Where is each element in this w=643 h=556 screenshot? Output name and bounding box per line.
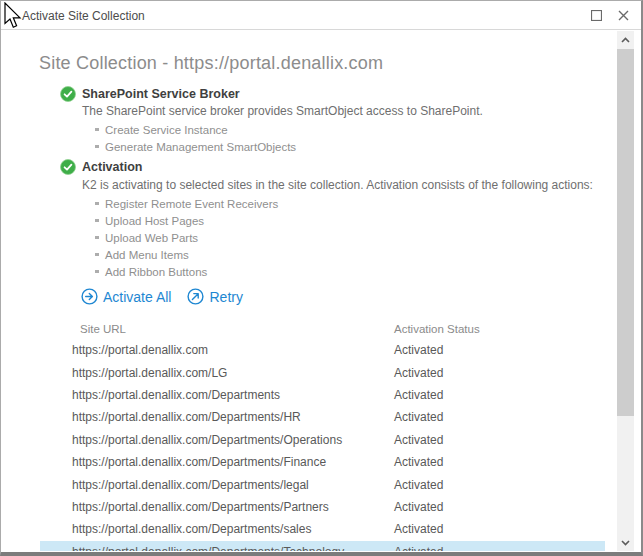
- list-item: Upload Host Pages: [95, 212, 278, 229]
- dialog-content: Site Collection - https://portal.denalli…: [2, 31, 616, 551]
- status-cell: Activated: [394, 343, 605, 357]
- site-table: https://portal.denallix.com Activated ht…: [40, 339, 605, 551]
- status-cell: Activated: [394, 478, 605, 492]
- section-description: K2 is activating to selected sites in th…: [82, 178, 593, 192]
- success-check-icon: [60, 86, 76, 102]
- table-row[interactable]: https://portal.denallix.com/Departments/…: [40, 473, 605, 495]
- table-header: Site URL Activation Status: [40, 317, 605, 341]
- vertical-scrollbar[interactable]: [617, 31, 634, 551]
- retry-button[interactable]: Retry: [187, 288, 242, 305]
- site-url-cell: https://portal.denallix.com/Departments/…: [72, 433, 394, 447]
- status-cell: Activated: [394, 522, 605, 536]
- activate-all-icon: [81, 288, 98, 305]
- status-cell: Activated: [394, 388, 605, 402]
- window-title: Activate Site Collection: [22, 9, 145, 23]
- site-url-cell: https://portal.denallix.com/Departments/…: [72, 522, 394, 536]
- site-url-cell: https://portal.denallix.com/Departments: [72, 388, 394, 402]
- status-cell: Activated: [394, 433, 605, 447]
- chevron-down-icon: [621, 540, 630, 546]
- section-description: The SharePoint service broker provides S…: [82, 104, 483, 118]
- list-item: Generate Management SmartObjects: [95, 138, 296, 155]
- site-url-cell: https://portal.denallix.com/Departments/…: [72, 478, 394, 492]
- page-title: Site Collection - https://portal.denalli…: [39, 53, 383, 74]
- status-cell: Activated: [394, 500, 605, 514]
- section-title-service-broker: SharePoint Service Broker: [82, 87, 240, 101]
- activation-action-list: Register Remote Event Receivers Upload H…: [95, 195, 278, 280]
- list-item: Create Service Instance: [95, 121, 296, 138]
- window-controls: [587, 6, 632, 24]
- table-row[interactable]: https://portal.denallix.com/Departments/…: [40, 429, 605, 451]
- activate-site-collection-dialog: Activate Site Collection Site Collection…: [0, 0, 643, 556]
- activate-all-button[interactable]: Activate All: [81, 288, 171, 305]
- table-row[interactable]: https://portal.denallix.com/Departments/…: [40, 518, 605, 540]
- site-url-cell: https://portal.denallix.com/LG: [72, 366, 394, 380]
- close-icon: [618, 10, 629, 21]
- table-row-selected[interactable]: https://portal.denallix.com/Departments/…: [40, 541, 605, 551]
- status-cell: Activated: [394, 455, 605, 469]
- retry-label: Retry: [209, 289, 242, 305]
- table-row[interactable]: https://portal.denallix.com/Departments/…: [40, 496, 605, 518]
- retry-icon: [187, 288, 204, 305]
- table-row[interactable]: https://portal.denallix.com/LG Activated: [40, 361, 605, 383]
- service-broker-action-list: Create Service Instance Generate Managem…: [95, 121, 296, 155]
- site-url-cell: https://portal.denallix.com: [72, 343, 394, 357]
- maximize-icon: [591, 10, 602, 21]
- activate-all-label: Activate All: [103, 289, 171, 305]
- action-links: Activate All Retry: [81, 288, 243, 305]
- section-title-activation: Activation: [82, 160, 142, 174]
- table-row[interactable]: https://portal.denallix.com/Departments/…: [40, 451, 605, 473]
- table-row[interactable]: https://portal.denallix.com/Departments/…: [40, 406, 605, 428]
- site-url-cell: https://portal.denallix.com/Departments/…: [72, 455, 394, 469]
- site-url-cell: https://portal.denallix.com/Departments/…: [72, 500, 394, 514]
- status-cell: Activated: [394, 366, 605, 380]
- table-row[interactable]: https://portal.denallix.com Activated: [40, 339, 605, 361]
- scrollbar-thumb[interactable]: [617, 49, 634, 416]
- column-header-site-url: Site URL: [80, 323, 394, 335]
- close-button[interactable]: [614, 6, 632, 24]
- list-item: Register Remote Event Receivers: [95, 195, 278, 212]
- list-item: Add Ribbon Buttons: [95, 263, 278, 280]
- column-header-activation-status: Activation Status: [394, 323, 605, 335]
- list-item: Upload Web Parts: [95, 229, 278, 246]
- success-check-icon: [60, 159, 76, 175]
- site-url-cell: https://portal.denallix.com/Departments/…: [72, 410, 394, 424]
- scrollbar-up-button[interactable]: [617, 31, 634, 48]
- status-cell: Activated: [394, 410, 605, 424]
- chevron-up-icon: [621, 37, 630, 43]
- scrollbar-down-button[interactable]: [617, 534, 634, 551]
- maximize-button[interactable]: [587, 6, 605, 24]
- title-bar[interactable]: Activate Site Collection: [1, 1, 641, 30]
- table-row[interactable]: https://portal.denallix.com/Departments …: [40, 384, 605, 406]
- status-cell: Activated: [394, 545, 605, 551]
- site-url-cell: https://portal.denallix.com/Departments/…: [72, 545, 394, 551]
- list-item: Add Menu Items: [95, 246, 278, 263]
